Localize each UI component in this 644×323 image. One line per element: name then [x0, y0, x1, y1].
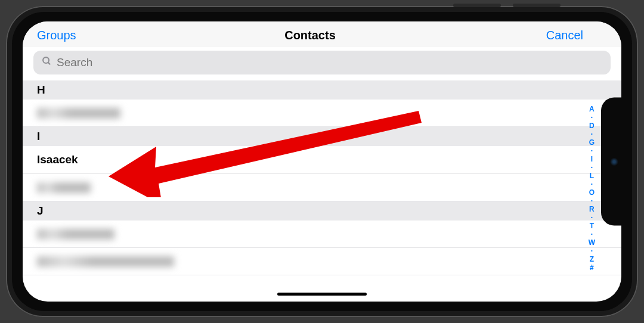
redacted-name — [37, 182, 91, 193]
contact-row[interactable] — [23, 220, 621, 248]
alphabet-index[interactable]: A•D•G•I•L•O•R•T•W•Z# — [589, 105, 595, 272]
contact-row[interactable] — [23, 100, 621, 127]
redacted-name — [37, 229, 114, 240]
phone-bezel: Groups Contacts Cancel HIIsaacekJ A•D•G•… — [12, 12, 632, 311]
section-header: I — [23, 127, 621, 146]
redacted-name — [37, 256, 174, 267]
notch — [601, 98, 624, 226]
page-title: Contacts — [219, 29, 401, 42]
navigation-bar: Groups Contacts Cancel — [23, 21, 621, 47]
home-indicator[interactable] — [277, 293, 367, 296]
groups-button[interactable]: Groups — [37, 29, 219, 42]
contact-row[interactable] — [23, 248, 621, 275]
index-letter[interactable]: • — [591, 130, 593, 138]
search-input[interactable] — [57, 56, 602, 69]
section-header: H — [23, 80, 621, 100]
index-letter[interactable]: D — [589, 122, 595, 130]
index-letter[interactable]: • — [591, 247, 593, 255]
index-letter[interactable]: Z — [590, 255, 594, 263]
index-letter[interactable]: T — [590, 222, 594, 230]
volume-button — [453, 4, 501, 7]
index-letter[interactable]: # — [590, 263, 594, 272]
front-camera — [610, 157, 618, 166]
volume-button-2 — [513, 4, 561, 7]
contact-row[interactable] — [23, 174, 621, 201]
index-letter[interactable]: W — [589, 238, 595, 247]
section-header: J — [23, 201, 621, 220]
iphone-frame: Groups Contacts Cancel HIIsaacekJ A•D•G•… — [6, 6, 638, 317]
svg-point-0 — [43, 57, 49, 63]
index-letter[interactable]: O — [589, 188, 595, 197]
index-letter[interactable]: • — [591, 197, 593, 205]
index-letter[interactable]: • — [591, 213, 593, 222]
index-letter[interactable]: • — [591, 113, 593, 122]
index-letter[interactable]: R — [589, 205, 595, 213]
index-letter[interactable]: • — [591, 163, 593, 172]
redacted-name — [37, 108, 120, 119]
index-letter[interactable]: A — [589, 105, 595, 113]
contact-row[interactable]: Isaacek — [23, 146, 621, 174]
index-letter[interactable]: • — [591, 230, 593, 238]
search-bar[interactable] — [33, 51, 611, 74]
svg-line-1 — [48, 63, 51, 65]
index-letter[interactable]: • — [591, 147, 593, 155]
index-letter[interactable]: I — [591, 155, 593, 163]
cancel-button[interactable]: Cancel — [401, 29, 607, 42]
index-letter[interactable]: L — [590, 172, 594, 180]
contacts-list[interactable]: HIIsaacekJ — [23, 80, 621, 275]
index-letter[interactable]: • — [591, 180, 593, 188]
screen: Groups Contacts Cancel HIIsaacekJ A•D•G•… — [23, 21, 621, 302]
index-letter[interactable]: G — [589, 138, 595, 147]
search-icon — [42, 56, 52, 69]
